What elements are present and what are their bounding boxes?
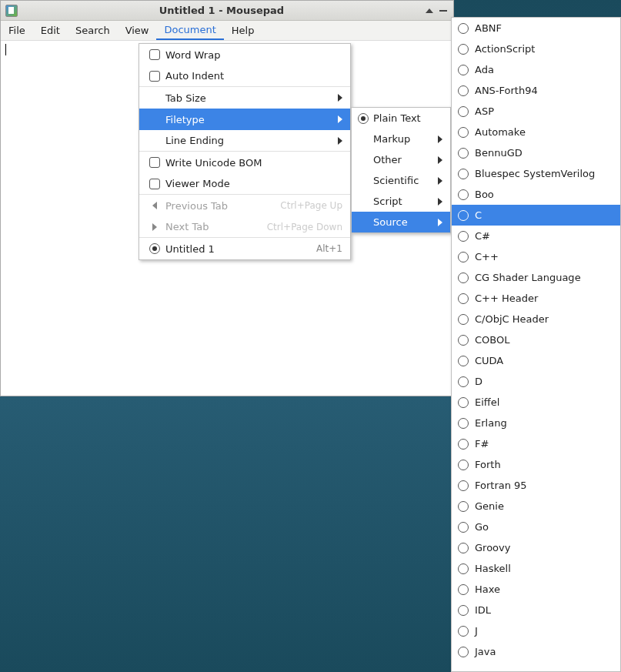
chevron-right-icon xyxy=(438,219,442,226)
source-item[interactable]: Bluespec SystemVerilog xyxy=(452,163,620,184)
radio-icon xyxy=(458,563,469,574)
minimize-button[interactable] xyxy=(438,5,449,16)
source-item[interactable]: Haxe xyxy=(452,579,620,600)
source-item[interactable]: ANS-Forth94 xyxy=(452,80,620,101)
menu-label: Script xyxy=(369,196,433,207)
menu-word-wrap[interactable]: Word Wrap xyxy=(139,44,350,65)
source-item[interactable]: Automake xyxy=(452,122,620,142)
chevron-right-icon xyxy=(338,115,342,123)
menu-label: Haskell xyxy=(469,563,511,574)
menu-label: Previous Tab xyxy=(162,200,280,212)
menu-label: C xyxy=(469,209,482,221)
chevron-right-icon xyxy=(152,223,157,231)
source-item[interactable]: Go xyxy=(452,517,620,537)
source-item[interactable]: ASP xyxy=(452,101,620,122)
radio-icon xyxy=(458,85,469,96)
filetype-markup[interactable]: Markup xyxy=(352,129,450,149)
checkbox-icon xyxy=(149,179,160,189)
radio-icon xyxy=(458,148,469,159)
menu-search[interactable]: Search xyxy=(68,21,118,40)
menu-label: Plain Text xyxy=(369,112,442,124)
radio-icon xyxy=(458,272,469,283)
source-item[interactable]: BennuGD xyxy=(452,142,620,163)
menu-document[interactable]: Document xyxy=(156,21,223,40)
menu-label: Next Tab xyxy=(162,221,267,232)
menu-label: J xyxy=(469,625,478,637)
source-item[interactable]: Eiffel xyxy=(452,392,620,413)
source-item[interactable]: Genie xyxy=(452,496,620,517)
source-item[interactable]: Fortran 95 xyxy=(452,475,620,496)
source-item[interactable]: Java xyxy=(452,641,620,662)
menu-label: Auto Indent xyxy=(162,70,342,82)
filetype-other[interactable]: Other xyxy=(352,149,450,170)
filetype-plain-text[interactable]: Plain Text xyxy=(352,108,450,129)
menu-viewer-mode[interactable]: Viewer Mode xyxy=(139,173,350,195)
menu-doc-untitled-1[interactable]: Untitled 1 Alt+1 xyxy=(139,238,350,259)
window-title: Untitled 1 - Mousepad xyxy=(22,5,421,16)
source-item[interactable]: Boo xyxy=(452,184,620,205)
source-item[interactable]: D xyxy=(452,371,620,392)
titlebar[interactable]: Untitled 1 - Mousepad xyxy=(1,1,453,21)
checkbox-icon xyxy=(149,157,160,168)
menu-accel: Alt+1 xyxy=(316,243,342,254)
menu-label: C/ObjC Header xyxy=(469,313,549,325)
radio-icon xyxy=(458,106,469,117)
menu-file[interactable]: File xyxy=(1,21,33,40)
menu-edit[interactable]: Edit xyxy=(33,21,68,40)
chevron-right-icon xyxy=(338,94,342,102)
radio-icon xyxy=(458,189,469,200)
menu-next-tab: Next Tab Ctrl+Page Down xyxy=(139,216,350,238)
menu-label: Java xyxy=(469,646,496,657)
radio-icon xyxy=(458,376,469,387)
source-item[interactable]: Erlang xyxy=(452,413,620,433)
menu-filetype[interactable]: Filetype xyxy=(139,109,350,130)
menu-label: ActionScript xyxy=(469,43,535,55)
source-item[interactable]: F# xyxy=(452,433,620,454)
menu-label: Line Ending xyxy=(162,135,333,146)
source-item[interactable]: CG Shader Language xyxy=(452,267,620,288)
menu-accel: Ctrl+Page Up xyxy=(280,200,342,211)
source-item[interactable]: C++ xyxy=(452,246,620,267)
menu-line-ending[interactable]: Line Ending xyxy=(139,130,350,152)
menu-label: C++ xyxy=(469,251,499,262)
source-item[interactable]: IDL xyxy=(452,600,620,620)
filetype-submenu: Plain Text Markup Other Scientific Scrip… xyxy=(351,107,451,233)
menu-label: Ada xyxy=(469,64,494,75)
menu-view[interactable]: View xyxy=(118,21,157,40)
source-item[interactable]: Groovy xyxy=(452,537,620,558)
source-item[interactable]: J xyxy=(452,620,620,641)
filetype-scientific[interactable]: Scientific xyxy=(352,170,450,191)
radio-icon xyxy=(458,169,469,179)
source-item[interactable]: CUDA xyxy=(452,350,620,371)
radio-icon xyxy=(458,626,469,637)
source-item[interactable]: C# xyxy=(452,226,620,246)
source-item[interactable]: Forth xyxy=(452,454,620,475)
radio-icon xyxy=(458,293,469,304)
menu-label: Markup xyxy=(369,133,433,145)
menu-auto-indent[interactable]: Auto Indent xyxy=(139,65,350,87)
menu-help[interactable]: Help xyxy=(224,21,262,40)
menu-label: Groovy xyxy=(469,542,510,553)
menu-label: Haxe xyxy=(469,583,500,595)
chevron-left-icon xyxy=(152,202,157,209)
radio-icon xyxy=(458,252,469,262)
menu-tab-size[interactable]: Tab Size xyxy=(139,87,350,109)
menu-label: Word Wrap xyxy=(162,49,342,61)
source-item[interactable]: ActionScript xyxy=(452,38,620,59)
source-item[interactable]: C xyxy=(452,205,620,226)
source-item[interactable]: C/ObjC Header xyxy=(452,309,620,329)
menu-write-bom[interactable]: Write Unicode BOM xyxy=(139,152,350,173)
source-item[interactable]: C++ Header xyxy=(452,288,620,309)
menu-label: C++ Header xyxy=(469,293,538,304)
filetype-script[interactable]: Script xyxy=(352,191,450,212)
source-item[interactable]: Haskell xyxy=(452,558,620,579)
rollup-button[interactable] xyxy=(424,5,435,16)
filetype-source[interactable]: Source xyxy=(352,212,450,232)
source-item[interactable]: ABNF xyxy=(452,18,620,38)
menu-label: ABNF xyxy=(469,22,502,34)
menu-label: IDL xyxy=(469,604,491,616)
source-item[interactable]: COBOL xyxy=(452,329,620,350)
menu-label: Write Unicode BOM xyxy=(162,157,342,169)
menu-label: ASP xyxy=(469,105,494,117)
source-item[interactable]: Ada xyxy=(452,59,620,80)
